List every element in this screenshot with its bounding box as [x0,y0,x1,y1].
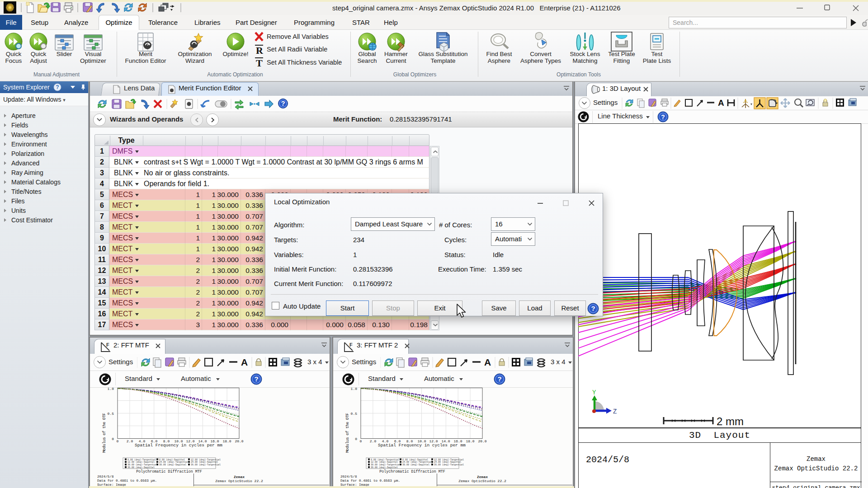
svg-text:R: R [256,45,264,56]
svg-text:?: ? [661,113,665,121]
svg-text:24.00 (deg)-Tangential: 24.00 (deg)-Tangential [402,461,432,464]
svg-text:Spatial Frequency in cycles pe: Spatial Frequency in cycles per mm [135,443,222,448]
svg-text:A: A [241,357,248,367]
svg-text:12.00 (deg)-Tangential: 12.00 (deg)-Tangential [434,459,464,461]
svg-text:Modulus of the OTF: Modulus of the OTF [102,413,107,453]
svg-text:24.00 (deg)-Sagittal: 24.00 (deg)-Sagittal [434,461,461,464]
svg-text:30.00 (deg)-Tangential: 30.00 (deg)-Tangential [371,464,401,466]
svg-text:A: A [484,357,491,367]
svg-text:?: ? [281,99,285,107]
svg-text:1.0: 1.0 [351,388,358,391]
svg-text:12.00 (deg)-Sagittal: 12.00 (deg)-Sagittal [371,461,398,464]
svg-text:36.00 (deg)-Tangential: 36.00 (deg)-Tangential [434,464,464,466]
svg-text:F: F [349,342,353,347]
svg-text:0.00 (deg)-Tangential: 0.00 (deg)-Tangential [127,459,156,461]
svg-text:30.00 (deg)-Tangential: 30.00 (deg)-Tangential [127,464,157,466]
svg-text:0.00 (deg)-Sagittal: 0.00 (deg)-Sagittal [159,459,185,461]
svg-text:0.00 (deg)-Tangential: 0.00 (deg)-Tangential [371,459,399,461]
svg-text:36.00 (deg)-Sagittal: 36.00 (deg)-Sagittal [371,466,398,469]
svg-text:20.0: 20.0 [235,439,243,443]
svg-text:0: 0 [355,437,357,441]
svg-text:24.00 (deg)-Sagittal: 24.00 (deg)-Sagittal [191,461,218,464]
svg-text:18.0: 18.0 [222,439,231,443]
svg-text:2.0: 2.0 [370,439,377,443]
svg-text:?: ? [254,375,258,383]
svg-text:Polychromatic Diffraction MTF: Polychromatic Diffraction MTF [136,469,202,474]
svg-text:12.00 (deg)-Sagittal: 12.00 (deg)-Sagittal [127,461,155,464]
svg-text:Z: Z [613,408,617,415]
svg-text:0: 0 [117,439,119,443]
svg-text:Modulus of the OTF: Modulus of the OTF [345,413,350,453]
svg-text:0: 0 [360,439,362,443]
svg-text:2.0: 2.0 [127,439,133,443]
svg-text:?: ? [497,375,501,383]
svg-text:12.00 (deg)-Tangential: 12.00 (deg)-Tangential [191,459,221,461]
svg-text:18.0: 18.0 [466,439,474,443]
svg-text:F: F [106,342,109,347]
svg-text:Spatial Frequency in cycles pe: Spatial Frequency in cycles per mm [378,443,466,448]
svg-text:T: T [256,57,263,69]
svg-text:1.0: 1.0 [108,388,114,391]
svg-text:0.5: 0.5 [351,412,358,416]
svg-text:0: 0 [112,437,114,441]
svg-text:30.00 (deg)-Sagittal: 30.00 (deg)-Sagittal [159,464,186,466]
svg-text:Y: Y [592,389,596,396]
svg-text:0.5: 0.5 [108,412,114,416]
svg-text:A: A [718,98,724,108]
svg-text:Polychromatic Diffraction MTF: Polychromatic Diffraction MTF [379,469,445,474]
svg-text:20.0: 20.0 [478,439,486,443]
svg-text:30.00 (deg)-Sagittal: 30.00 (deg)-Sagittal [402,464,429,466]
svg-text:2 mm: 2 mm [717,415,744,427]
svg-text:?: ? [56,84,59,90]
svg-text:24.00 (deg)-Tangential: 24.00 (deg)-Tangential [159,461,189,464]
svg-text:36.00 (deg)-Tangential: 36.00 (deg)-Tangential [191,464,221,466]
svg-text:36.00 (deg)-Sagittal: 36.00 (deg)-Sagittal [127,466,155,469]
svg-text:?: ? [591,305,595,312]
svg-text:0.00 (deg)-Sagittal: 0.00 (deg)-Sagittal [402,459,428,461]
